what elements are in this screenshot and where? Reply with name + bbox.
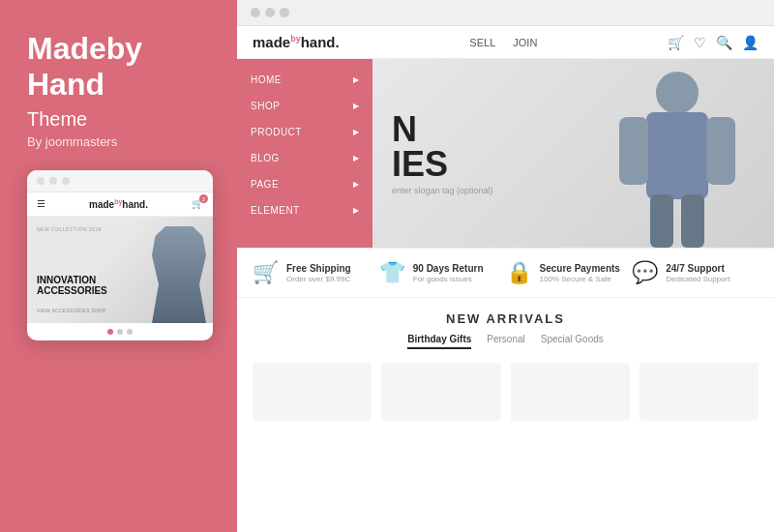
product-card-3[interactable]	[511, 363, 630, 421]
mini-collection-label: NEW COLLECTION 2018	[37, 226, 102, 232]
product-card-2[interactable]	[381, 363, 500, 421]
tab-personal[interactable]: Personal	[487, 334, 524, 349]
nav-item-product[interactable]: PRODUCT ▶	[237, 119, 372, 145]
products-row	[237, 355, 774, 421]
feature-support-text: 24/7 Support Dedicated Support	[666, 263, 729, 283]
left-panel: Madeby Hand Theme By joommasters ☰ madeb…	[0, 0, 237, 532]
mini-browser-mockup: ☰ madebyhand. 🛒2 NEW COLLECTION 2018 INN…	[27, 170, 213, 340]
shipping-title: Free Shipping	[286, 263, 351, 274]
hero-sub: enter slogan tag (optional)	[392, 186, 493, 195]
product-card-1[interactable]	[253, 363, 372, 421]
wishlist-icon[interactable]: ♡	[694, 35, 706, 50]
feature-shipping-text: Free Shipping Order over $9.99C	[286, 263, 351, 283]
nav-arrow-home: ▶	[353, 75, 360, 84]
nav-arrow-page: ▶	[353, 180, 360, 189]
nav-item-element[interactable]: ELEMENT ▶	[237, 197, 372, 223]
user-icon[interactable]: 👤	[742, 35, 759, 50]
mini-cart-icon: 🛒2	[192, 198, 203, 209]
theme-title: Madeby Hand	[27, 31, 210, 103]
hero-line1: N	[392, 109, 417, 149]
arrivals-tabs: Birthday Gifts Personal Special Goods	[253, 334, 759, 349]
site-header: madebyhand. SELL JOIN 🛒 ♡ 🔍 👤	[237, 26, 774, 59]
nav-arrow-element: ▶	[353, 206, 360, 215]
site-logo: madebyhand.	[253, 34, 340, 50]
nav-join[interactable]: JOIN	[513, 37, 537, 48]
feature-support: 💬 24/7 Support Dedicated Support	[632, 260, 759, 285]
hero-figure-svg	[580, 59, 774, 248]
mini-cart-badge: 2	[199, 194, 208, 203]
feature-return-text: 90 Days Return For goods issues	[413, 263, 484, 283]
hero-image: N IES enter slogan tag (optional)	[372, 59, 774, 248]
nav-arrow-product: ▶	[353, 128, 360, 136]
chrome-dot-1	[251, 8, 260, 17]
mini-nav-dots	[27, 323, 213, 340]
chrome-dot-3	[280, 8, 289, 17]
shipping-icon: 🛒	[253, 260, 279, 285]
hero-headline: N IES	[392, 112, 493, 182]
mini-nav-dot-1[interactable]	[107, 329, 113, 335]
svg-rect-1	[646, 112, 708, 199]
support-title: 24/7 Support	[666, 263, 729, 274]
nav-arrow-shop: ▶	[353, 102, 360, 110]
new-arrivals-section: NEW ARRIVALS Birthday Gifts Personal Spe…	[237, 298, 774, 355]
hero-figure	[580, 59, 774, 248]
site-icons: 🛒 ♡ 🔍 👤	[668, 35, 759, 50]
hero-section: HOME ▶ SHOP ▶ PRODUCT ▶ BLOG ▶ PAGE ▶	[237, 59, 774, 248]
mini-logo: madebyhand.	[89, 198, 148, 210]
chrome-dot-2	[265, 8, 275, 17]
feature-payments-text: Secure Payments 100% Secure & Safe	[540, 263, 620, 283]
nav-item-home[interactable]: HOME ▶	[237, 67, 372, 93]
cart-icon[interactable]: 🛒	[668, 35, 684, 50]
payments-title: Secure Payments	[540, 263, 620, 274]
nav-item-shop[interactable]: SHOP ▶	[237, 93, 372, 119]
tab-birthday-gifts[interactable]: Birthday Gifts	[407, 334, 471, 349]
browser-chrome	[237, 0, 774, 26]
payments-icon: 🔒	[506, 260, 532, 285]
svg-rect-3	[706, 117, 735, 185]
feature-payments: 🔒 Secure Payments 100% Secure & Safe	[506, 260, 633, 285]
mini-content: ☰ madebyhand. 🛒2 NEW COLLECTION 2018 INN…	[27, 192, 213, 340]
support-icon: 💬	[632, 260, 658, 285]
site-nav: SELL JOIN	[469, 37, 537, 48]
mini-hamburger-icon: ☰	[37, 198, 45, 209]
mini-dot-3	[62, 177, 70, 185]
return-desc: For goods issues	[413, 275, 484, 283]
theme-author: By joommasters	[27, 134, 117, 149]
hero-text: N IES enter slogan tag (optional)	[392, 112, 493, 195]
return-title: 90 Days Return	[413, 263, 484, 274]
nav-sidebar: HOME ▶ SHOP ▶ PRODUCT ▶ BLOG ▶ PAGE ▶	[237, 59, 372, 248]
tab-special-goods[interactable]: Special Goods	[541, 334, 604, 349]
svg-rect-2	[619, 117, 648, 185]
feature-free-shipping: 🛒 Free Shipping Order over $9.99C	[253, 260, 379, 285]
feature-return: 👕 90 Days Return For goods issues	[379, 260, 506, 285]
nav-item-blog[interactable]: BLOG ▶	[237, 145, 372, 171]
product-card-4[interactable]	[640, 363, 759, 421]
features-strip: 🛒 Free Shipping Order over $9.99C 👕 90 D…	[237, 248, 774, 298]
mini-headline-line2: ACCESSORIES	[37, 285, 107, 296]
svg-rect-4	[650, 194, 673, 248]
mini-nav-dot-2[interactable]	[117, 329, 123, 335]
support-desc: Dedicated Support	[666, 275, 729, 283]
payments-desc: 100% Secure & Safe	[540, 275, 620, 283]
return-icon: 👕	[379, 260, 405, 285]
mini-headline-line1: INNOVATION	[37, 275, 107, 285]
mini-nav-dot-3[interactable]	[127, 329, 133, 335]
mini-dot-1	[37, 177, 45, 185]
svg-point-0	[656, 72, 699, 114]
mini-headline: INNOVATION ACCESSORIES	[37, 275, 107, 296]
theme-subtitle: Theme	[27, 108, 87, 131]
hero-line2: IES	[392, 144, 448, 184]
nav-item-page[interactable]: PAGE ▶	[237, 171, 372, 197]
nav-arrow-blog: ▶	[353, 154, 360, 163]
search-icon[interactable]: 🔍	[716, 35, 732, 50]
nav-sell[interactable]: SELL	[469, 37, 495, 48]
mini-hero-image: NEW COLLECTION 2018 INNOVATION ACCESSORI…	[27, 217, 213, 323]
mini-site-header: ☰ madebyhand. 🛒2	[27, 192, 213, 217]
website-content: madebyhand. SELL JOIN 🛒 ♡ 🔍 👤 HOME ▶	[237, 26, 774, 532]
mini-browser-bar	[27, 170, 213, 192]
mini-hero-figure	[145, 226, 213, 323]
shipping-desc: Order over $9.99C	[286, 275, 351, 283]
mini-dot-2	[49, 177, 57, 185]
new-arrivals-title: NEW ARRIVALS	[253, 311, 759, 326]
right-panel: madebyhand. SELL JOIN 🛒 ♡ 🔍 👤 HOME ▶	[237, 0, 774, 532]
